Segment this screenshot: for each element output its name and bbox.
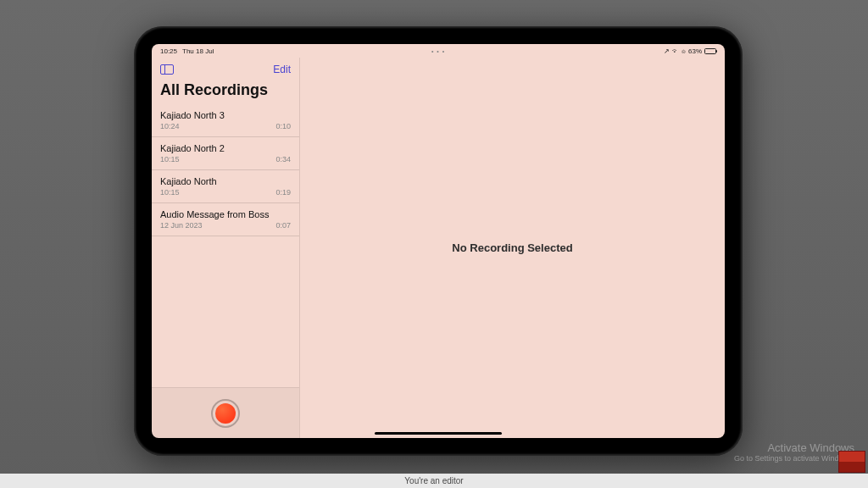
location-icon: ↗ [664, 47, 670, 55]
recording-duration: 0:07 [275, 221, 291, 230]
tablet-screen: 10:25 Thu 18 Jul • • • ↗ ᯤ ⌾ 63% Edit Al… [152, 44, 725, 438]
list-item[interactable]: Kajiado North 3 10:24 0:10 [152, 104, 299, 137]
page-title: All Recordings [152, 81, 299, 104]
battery-icon [704, 48, 716, 54]
recording-duration: 0:34 [275, 155, 291, 164]
status-left: 10:25 Thu 18 Jul [160, 47, 214, 55]
content-area: Edit All Recordings Kajiado North 3 10:2… [152, 58, 725, 438]
edit-button[interactable]: Edit [273, 64, 291, 75]
watermark-title: Activate Windows [734, 441, 854, 454]
status-date: Thu 18 Jul [182, 47, 214, 55]
tablet-frame: 10:25 Thu 18 Jul • • • ↗ ᯤ ⌾ 63% Edit Al… [134, 26, 743, 456]
recording-name: Audio Message from Boss [160, 209, 291, 219]
multitask-dots-icon[interactable]: • • • [431, 48, 445, 54]
bottom-status-bar: You're an editor [0, 474, 868, 488]
battery-percentage: 63% [688, 47, 702, 55]
sidebar: Edit All Recordings Kajiado North 3 10:2… [152, 58, 300, 438]
sidebar-toolbar: Edit [152, 58, 299, 81]
detail-pane: No Recording Selected [300, 58, 725, 438]
recording-list[interactable]: Kajiado North 3 10:24 0:10 Kajiado North… [152, 104, 299, 387]
wifi-icon: ᯤ [672, 47, 679, 55]
list-item[interactable]: Kajiado North 10:15 0:19 [152, 170, 299, 203]
recording-time: 10:15 [160, 155, 180, 164]
home-indicator[interactable] [375, 432, 502, 435]
record-button[interactable] [211, 399, 240, 428]
recording-time: 12 Jun 2023 [160, 221, 203, 230]
record-area [152, 387, 299, 438]
activate-windows-watermark: Activate Windows Go to Settings to activ… [734, 441, 854, 463]
recording-name: Kajiado North [160, 176, 291, 186]
recording-duration: 0:10 [275, 122, 291, 130]
recording-time: 10:24 [160, 122, 180, 130]
watermark-sub: Go to Settings to activate Windows. [734, 454, 854, 463]
list-item[interactable]: Kajiado North 2 10:15 0:34 [152, 137, 299, 170]
recording-name: Kajiado North 3 [160, 110, 291, 120]
recording-duration: 0:19 [275, 188, 291, 197]
list-item[interactable]: Audio Message from Boss 12 Jun 2023 0:07 [152, 203, 299, 236]
recording-time: 10:15 [160, 188, 180, 197]
empty-state-text: No Recording Selected [452, 241, 572, 254]
status-time: 10:25 [160, 47, 177, 55]
thumbnail-icon[interactable] [838, 451, 865, 473]
record-dot-icon [215, 403, 236, 424]
status-bar: 10:25 Thu 18 Jul • • • ↗ ᯤ ⌾ 63% [152, 44, 725, 58]
recording-name: Kajiado North 2 [160, 143, 291, 153]
status-right: ↗ ᯤ ⌾ 63% [664, 47, 716, 55]
rotation-lock-icon: ⌾ [682, 47, 686, 55]
bottom-status-text: You're an editor [404, 476, 463, 485]
sidebar-toggle-icon[interactable] [160, 64, 174, 75]
